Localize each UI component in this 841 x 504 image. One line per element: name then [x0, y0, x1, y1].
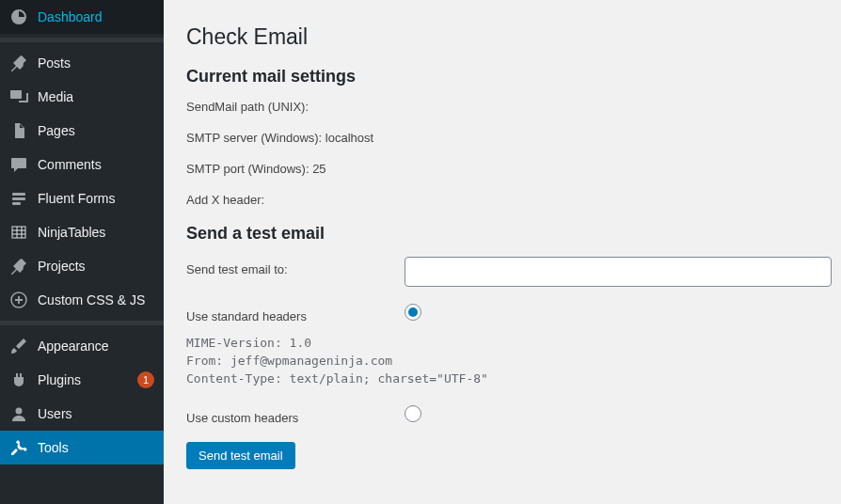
comment-icon [9, 155, 28, 174]
form-icon [9, 189, 28, 208]
send-to-label: Send test email to: [186, 257, 405, 276]
sidebar-item-plugins[interactable]: Plugins 1 [0, 363, 164, 397]
media-icon [9, 87, 28, 106]
add-x-header-row: Add X header: [186, 193, 822, 207]
page-icon [9, 121, 28, 140]
standard-headers-preview: MIME-Version: 1.0 From: jeff@wpmanagenin… [186, 335, 822, 388]
send-test-heading: Send a test email [186, 224, 822, 244]
brush-icon [9, 337, 28, 355]
svg-rect-2 [12, 202, 21, 205]
smtp-server-row: SMTP server (Windows): localhost [186, 131, 822, 145]
pin-icon [9, 54, 28, 72]
user-icon [9, 404, 28, 423]
send-to-row: Send test email to: [186, 257, 822, 287]
plug-icon [9, 370, 28, 389]
page-title: Check Email [186, 24, 822, 50]
use-standard-row: Use standard headers [186, 304, 822, 323]
admin-sidebar: Dashboard Posts Media Pages Comments Flu… [0, 0, 164, 504]
sidebar-item-label: Fluent Forms [38, 191, 154, 206]
send-test-email-button[interactable]: Send test email [186, 442, 295, 469]
sidebar-item-label: Posts [38, 55, 154, 71]
settings-heading: Current mail settings [186, 67, 822, 87]
smtp-port-value: 25 [312, 162, 325, 176]
menu-separator [0, 321, 164, 325]
add-x-header-label: Add X header: [186, 193, 264, 207]
sidebar-item-label: Plugins [38, 372, 132, 387]
sidebar-item-label: Pages [38, 123, 154, 138]
sidebar-item-label: Dashboard [38, 9, 154, 24]
sidebar-item-appearance[interactable]: Appearance [0, 329, 164, 363]
svg-rect-0 [12, 193, 25, 196]
menu-separator [0, 38, 164, 42]
use-custom-radio[interactable] [405, 405, 421, 422]
sidebar-item-custom-css-js[interactable]: Custom CSS & JS [0, 283, 164, 317]
sidebar-item-comments[interactable]: Comments [0, 148, 164, 181]
sidebar-item-label: Users [38, 406, 154, 421]
sidebar-item-posts[interactable]: Posts [0, 46, 164, 80]
pin-icon [9, 257, 28, 276]
sidebar-item-ninjatables[interactable]: NinjaTables [0, 215, 164, 249]
wrench-icon [9, 438, 28, 457]
sidebar-item-label: Media [38, 89, 154, 104]
sidebar-item-label: Comments [38, 157, 154, 172]
sidebar-item-label: Tools [38, 440, 154, 455]
sendmail-path-label: SendMail path (UNIX): [186, 100, 309, 114]
sidebar-item-label: Appearance [38, 339, 154, 354]
sendmail-path-row: SendMail path (UNIX): [186, 100, 822, 114]
sidebar-item-label: Projects [38, 259, 154, 274]
update-badge: 1 [137, 371, 154, 388]
smtp-server-value: localhost [325, 131, 373, 145]
sidebar-item-projects[interactable]: Projects [0, 249, 164, 283]
svg-rect-3 [12, 227, 25, 238]
sidebar-item-dashboard[interactable]: Dashboard [0, 0, 164, 34]
use-standard-radio[interactable] [405, 304, 421, 321]
sidebar-item-label: Custom CSS & JS [38, 292, 154, 307]
sidebar-item-users[interactable]: Users [0, 397, 164, 431]
sidebar-item-label: NinjaTables [38, 225, 154, 240]
smtp-server-label: SMTP server (Windows): [186, 131, 325, 145]
plus-icon [9, 291, 28, 309]
svg-rect-1 [12, 197, 25, 200]
sidebar-item-tools[interactable]: Tools [0, 431, 164, 465]
sidebar-item-pages[interactable]: Pages [0, 114, 164, 148]
sidebar-item-fluent-forms[interactable]: Fluent Forms [0, 181, 164, 215]
use-custom-row: Use custom headers [186, 405, 822, 425]
use-custom-label: Use custom headers [186, 405, 405, 425]
use-standard-label: Use standard headers [186, 304, 405, 323]
smtp-port-row: SMTP port (Windows): 25 [186, 162, 822, 176]
smtp-port-label: SMTP port (Windows): [186, 162, 312, 176]
main-content: Check Email Current mail settings SendMa… [164, 0, 841, 504]
svg-point-9 [16, 408, 23, 415]
sidebar-item-media[interactable]: Media [0, 80, 164, 114]
send-to-input[interactable] [405, 257, 832, 287]
dashboard-icon [9, 8, 28, 26]
table-icon [9, 223, 28, 242]
